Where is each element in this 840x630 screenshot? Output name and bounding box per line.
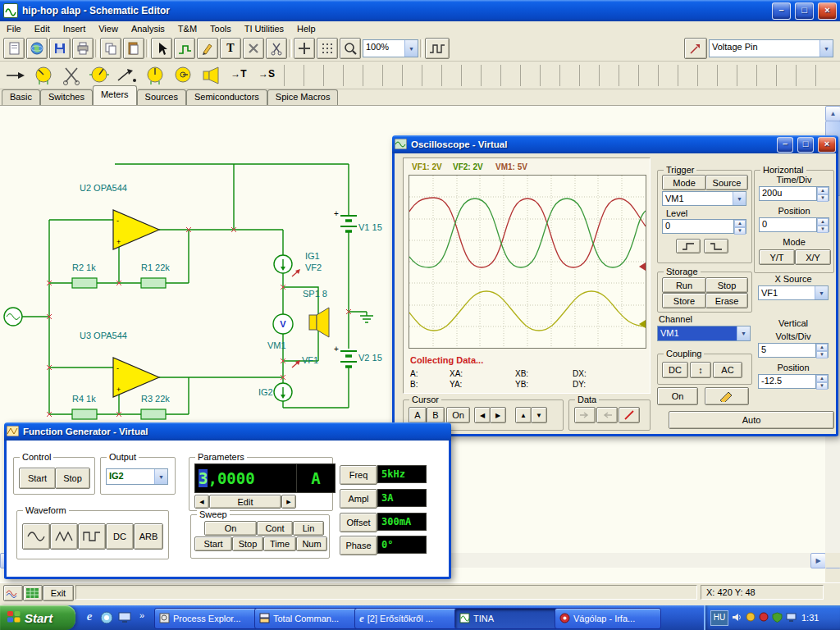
taskbar-button-irfanview[interactable]: Vágólap - Irfa... [555,608,661,629]
taskbar-button-tina[interactable]: TINA [454,608,561,629]
tray-red-icon[interactable] [759,612,769,623]
run-button[interactable]: Run [662,277,706,293]
tab-basic[interactable]: Basic [2,89,40,105]
channel-on-button[interactable]: On [657,387,698,405]
grid-toggle-icon[interactable] [317,38,338,59]
security-shield-icon[interactable] [772,612,783,624]
edit-button[interactable]: Edit [209,495,281,509]
minimize-button[interactable]: – [772,2,791,20]
offset-button[interactable]: Offset [340,513,377,532]
function-generator-window[interactable]: Function Generator - Virtual Control Sta… [4,422,451,579]
move-tool-icon[interactable] [294,38,315,59]
spin-down-icon[interactable]: ▼ [816,351,828,358]
yt-mode-button[interactable]: Y/T [759,249,795,265]
menu-file[interactable]: File [0,24,28,34]
trigger-source-select[interactable]: VM1 ▼ [662,191,746,206]
text-tool-icon[interactable]: T [220,38,241,59]
spin-down-icon[interactable]: ▼ [816,382,828,390]
x-source-select[interactable]: VF1 ▼ [758,285,829,300]
menu-analysis[interactable]: Analysis [125,24,171,34]
cursor-b-button[interactable]: B [427,407,445,423]
close-button[interactable]: × [818,2,837,20]
coupling-swap-button[interactable]: ↕ [690,362,711,378]
maximize-button[interactable]: □ [797,137,814,153]
voltmeter-vm1[interactable]: V [273,314,293,334]
quicklaunch-overflow-icon[interactable]: » [136,610,148,625]
volume-icon[interactable] [732,612,742,624]
data-export-button[interactable] [574,407,596,423]
copy-icon[interactable] [100,38,121,59]
cursor-up-button[interactable]: ▲ [515,407,532,423]
palette-current-arrow-icon[interactable] [3,64,28,87]
start-button[interactable]: Start [0,605,75,630]
oscilloscope-window[interactable]: Oscilloscope - Virtual – □ × VF1: 2V VF2… [392,135,838,436]
cursor-on-button[interactable]: On [446,407,470,423]
opamp-u2[interactable]: - + [113,210,159,249]
chevron-down-icon[interactable]: ▼ [733,192,746,205]
menu-view[interactable]: View [92,24,125,34]
save-icon[interactable] [49,38,71,59]
open-web-icon[interactable] [26,38,48,59]
sweep-time-button[interactable]: Time [263,536,296,551]
menu-tm[interactable]: T&M [171,24,203,34]
battery-v2[interactable] [340,351,357,367]
tray-yellow-icon[interactable] [746,612,756,623]
spin-down-icon[interactable]: ▼ [817,194,829,202]
delete-icon[interactable] [243,38,264,59]
cursor-a-button[interactable]: A [409,407,427,423]
print-icon[interactable] [72,38,94,59]
new-icon[interactable] [3,38,25,59]
chevron-down-icon[interactable]: ▼ [737,326,750,340]
horiz-position-spinner[interactable]: 0 ▲▼ [759,217,829,232]
palette-osc-tap-icon[interactable]: →T [226,68,251,84]
resistor-r2[interactable] [72,278,97,288]
minimize-button[interactable]: – [777,137,793,153]
tab-spice-macros[interactable]: Spice Macros [267,89,339,105]
tab-semiconductors[interactable]: Semiconductors [186,89,267,105]
chevron-down-icon[interactable]: ▼ [154,469,167,484]
network-icon[interactable] [786,612,797,624]
sweep-num-button[interactable]: Num [296,536,327,551]
scroll-up-arrow[interactable]: ▲ [825,106,840,121]
fg-stop-button[interactable]: Stop [55,468,90,489]
store-button[interactable]: Store [662,293,706,308]
clock[interactable]: 1:31 [801,613,819,623]
quicklaunch-messenger-icon[interactable] [100,611,113,624]
cursor-down-button[interactable]: ▼ [531,407,547,423]
fg-start-button[interactable]: Start [19,468,56,489]
amplitude-display[interactable]: 3,0000 [194,463,301,493]
waveform-triangle-button[interactable] [50,523,78,550]
spin-up-icon[interactable]: ▲ [734,220,746,227]
sweep-start-button[interactable]: Start [194,536,232,551]
menu-help[interactable]: Help [290,24,322,34]
grid-view-button[interactable] [23,585,43,601]
waveform-sine-button[interactable] [22,523,50,550]
trigger-rising-edge-button[interactable] [676,239,701,253]
waveform-arb-button[interactable]: ARB [134,523,163,550]
coupling-ac-button[interactable]: AC [713,362,742,378]
palette-voltage-pin-icon[interactable] [115,64,139,87]
spin-up-icon[interactable]: ▲ [817,187,829,194]
ground-symbol[interactable] [360,316,373,322]
waveform-square-button[interactable] [78,523,106,550]
signal-view-button[interactable] [3,585,23,601]
cut-icon[interactable] [266,38,287,59]
palette-ohmmeter-icon[interactable] [171,64,195,87]
pencil-icon[interactable] [197,38,218,59]
palette-ammeter-icon[interactable] [87,64,112,87]
output-select[interactable]: IG2 ▼ [106,468,168,485]
taskbar-button-process-explorer[interactable]: Process Explor... [154,608,261,629]
taskbar-button-ie[interactable]: e [2] Erősítőkről ... [354,608,461,629]
current-source-ig1[interactable] [274,255,292,273]
tab-meters[interactable]: Meters [93,85,137,105]
main-titlebar[interactable]: hip-hop alap - Schematic Editor – □ × [0,0,840,21]
menu-edit[interactable]: Edit [28,24,57,34]
restore-button[interactable]: □ [795,2,814,20]
select-cursor-icon[interactable] [151,38,172,59]
quicklaunch-desktop-icon[interactable] [118,611,131,624]
taskbar-button-total-commander[interactable]: Total Comman... [254,608,361,629]
chevron-down-icon[interactable]: ▼ [815,286,828,299]
erase-button[interactable]: Erase [705,293,748,308]
voltage-pin-vf2[interactable] [292,269,300,276]
chevron-down-icon[interactable]: ▼ [819,40,833,57]
